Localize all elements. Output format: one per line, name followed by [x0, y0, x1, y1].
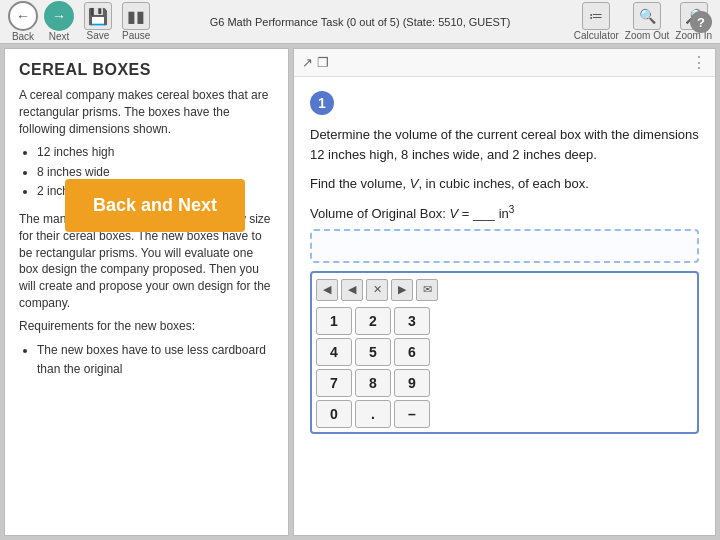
- answer-input-box[interactable]: [310, 229, 699, 263]
- requirement-item-1: The new boxes have to use less cardboard…: [37, 341, 274, 379]
- numpad-close-btn[interactable]: ✕: [366, 279, 388, 301]
- back-label: Back: [12, 31, 34, 42]
- zoom-out-icon: 🔍: [633, 2, 661, 30]
- numpad-key-8[interactable]: 8: [355, 369, 391, 397]
- numpad-container: ◀ ◀ ✕ ▶ ✉ 1 2 3 4 5 6 7 8 9 0 .: [310, 271, 699, 434]
- question-number: 1: [310, 91, 334, 115]
- right-panel-toolbar: ↗ ❐ ⋮: [294, 49, 715, 77]
- requirements-list: The new boxes have to use less cardboard…: [37, 341, 274, 379]
- left-intro: A cereal company makes cereal boxes that…: [19, 87, 274, 137]
- calculator-label: Calculator: [574, 30, 619, 41]
- numpad-right-btn[interactable]: ▶: [391, 279, 413, 301]
- dimension-item-1: 12 inches high: [37, 143, 274, 162]
- next-label: Next: [49, 31, 70, 42]
- numpad-envelope-btn[interactable]: ✉: [416, 279, 438, 301]
- find-volume-text: Find the volume, V, in cubic inches, of …: [310, 174, 699, 194]
- question-body: Determine the volume of the current cere…: [310, 127, 699, 162]
- numpad-key-4[interactable]: 4: [316, 338, 352, 366]
- page-title: G6 Math Performance Task (0 out of 5) (S…: [210, 16, 511, 28]
- question-text: Determine the volume of the current cere…: [310, 125, 699, 164]
- next-icon: →: [44, 1, 74, 31]
- pause-button[interactable]: ▮▮ Pause: [122, 2, 150, 41]
- next-button[interactable]: → Next: [44, 1, 74, 42]
- calculator-icon: ≔: [582, 2, 610, 30]
- superscript: 3: [509, 204, 515, 215]
- numpad-key-5[interactable]: 5: [355, 338, 391, 366]
- top-bar: ← Back → Next 💾 Save ▮▮ Pause G6 Math Pe…: [0, 0, 720, 44]
- left-panel: CEREAL BOXES A cereal company makes cere…: [4, 48, 289, 536]
- help-button[interactable]: ?: [690, 11, 712, 33]
- numpad-key-3[interactable]: 3: [394, 307, 430, 335]
- left-heading: CEREAL BOXES: [19, 61, 274, 79]
- back-button[interactable]: ← Back: [8, 1, 38, 42]
- numpad-key-6[interactable]: 6: [394, 338, 430, 366]
- pause-label: Pause: [122, 30, 150, 41]
- save-label: Save: [87, 30, 110, 41]
- zoom-out-button[interactable]: 🔍 Zoom Out: [625, 2, 669, 41]
- numpad-left1-btn[interactable]: ◀: [316, 279, 338, 301]
- numpad-key-2[interactable]: 2: [355, 307, 391, 335]
- zoom-in-label: Zoom In: [675, 30, 712, 41]
- pause-icon: ▮▮: [122, 2, 150, 30]
- volume-unit: in3: [499, 204, 515, 221]
- numpad-key-9[interactable]: 9: [394, 369, 430, 397]
- back-icon: ←: [8, 1, 38, 31]
- numpad-key-0[interactable]: 0: [316, 400, 352, 428]
- numpad-key-minus[interactable]: –: [394, 400, 430, 428]
- main-content: CEREAL BOXES A cereal company makes cere…: [0, 44, 720, 540]
- right-content: 1 Determine the volume of the current ce…: [294, 77, 715, 535]
- tooltip-text: Back and Next: [93, 195, 217, 215]
- numpad-key-1[interactable]: 1: [316, 307, 352, 335]
- save-button[interactable]: 💾 Save: [84, 2, 112, 41]
- numpad-left2-btn[interactable]: ◀: [341, 279, 363, 301]
- expand-icons: ↗ ❐: [302, 55, 329, 70]
- right-panel: ↗ ❐ ⋮ 1 Determine the volume of the curr…: [293, 48, 716, 536]
- calculator-button[interactable]: ≔ Calculator: [574, 2, 619, 41]
- numpad-key-decimal[interactable]: .: [355, 400, 391, 428]
- scroll-indicator: ⋮: [691, 53, 707, 72]
- numpad-key-7[interactable]: 7: [316, 369, 352, 397]
- fullscreen-icon[interactable]: ❐: [317, 55, 329, 70]
- requirements-heading: Requirements for the new boxes:: [19, 318, 274, 335]
- tooltip-overlay: Back and Next: [65, 179, 245, 232]
- volume-label: Volume of Original Box: V = ___ in3: [310, 204, 699, 221]
- zoom-out-label: Zoom Out: [625, 30, 669, 41]
- numpad-grid: 1 2 3 4 5 6 7 8 9 0 . –: [316, 307, 693, 428]
- numpad-nav: ◀ ◀ ✕ ▶ ✉: [316, 277, 693, 303]
- expand-icon[interactable]: ↗: [302, 55, 313, 70]
- save-icon: 💾: [84, 2, 112, 30]
- volume-label-text: Volume of Original Box: V = ___: [310, 206, 495, 221]
